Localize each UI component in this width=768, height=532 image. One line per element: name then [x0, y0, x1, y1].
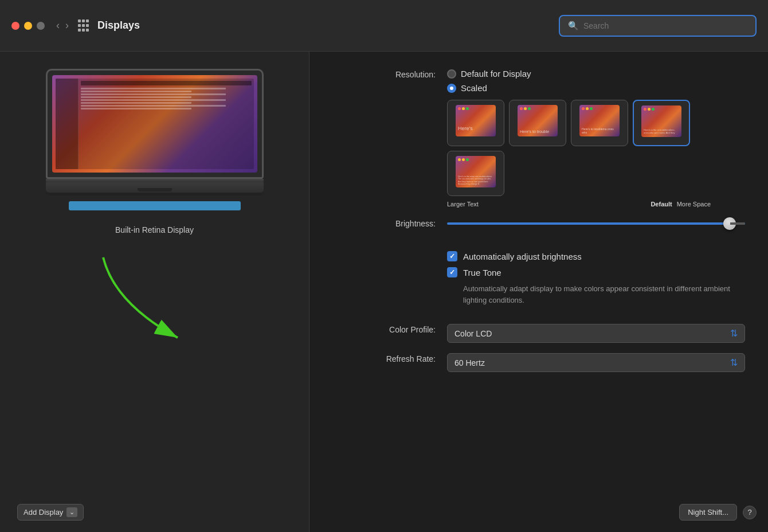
color-profile-setting: Color Profile: Color LCD ⇅: [332, 324, 745, 343]
scale-preview-2: Here's to trouble: [518, 105, 558, 136]
display-name-label: Built-in Retina Display: [115, 225, 194, 234]
add-display-chevron-icon: ⌄: [66, 507, 77, 517]
scale-label-larger: Larger Text: [447, 201, 479, 208]
auto-brightness-checkbox[interactable]: ✓: [447, 251, 457, 261]
resolution-default-radio[interactable]: [447, 69, 456, 79]
resolution-label: Resolution:: [332, 69, 447, 79]
scale-option-1[interactable]: Here's: [447, 100, 504, 146]
auto-brightness-setting: ✓ Automatically adjust brightness ✓ True…: [332, 251, 745, 314]
minimize-button[interactable]: [24, 22, 32, 30]
back-button[interactable]: ‹: [56, 19, 60, 32]
resolution-scaled-radio[interactable]: [447, 84, 456, 93]
scale-preview-3: Here's to troublema ones who: [579, 105, 620, 136]
resolution-options: Default for Display Scaled: [447, 69, 745, 208]
bottom-right-bar: Night Shift... ?: [679, 504, 757, 521]
window-controls: [11, 22, 45, 30]
search-box[interactable]: 🔍: [559, 15, 757, 37]
true-tone-label: True Tone: [463, 268, 501, 277]
color-profile-dropdown[interactable]: Color LCD ⇅: [447, 324, 745, 343]
refresh-rate-chevron-icon: ⇅: [730, 357, 738, 368]
true-tone-description: Automatically adapt display to make colo…: [463, 283, 745, 306]
search-input[interactable]: [583, 21, 747, 30]
color-profile-label: Color Profile:: [332, 324, 447, 334]
true-tone-check-icon: ✓: [449, 268, 455, 276]
slider-thumb[interactable]: [723, 217, 736, 230]
title-bar: ‹ › Displays 🔍: [0, 0, 768, 52]
scale-option-4[interactable]: Here's to the cr troublemakers. ones who…: [633, 100, 690, 146]
auto-brightness-check-icon: ✓: [449, 252, 455, 260]
main-layout: Built-in Retina Display Add Display ⌄ Re: [0, 52, 768, 532]
scale-label-default: Default: [651, 201, 672, 208]
auto-brightness-row[interactable]: ✓ Automatically adjust brightness: [447, 251, 745, 261]
nav-arrows: ‹ ›: [56, 19, 69, 32]
page-title: Displays: [97, 19, 559, 32]
true-tone-checkbox[interactable]: ✓: [447, 267, 457, 277]
green-arrow-icon: [97, 246, 201, 349]
search-icon: 🔍: [568, 21, 579, 31]
scale-preview-4: Here's to the cr troublemakers. ones who…: [641, 105, 681, 137]
add-display-label: Add Display: [23, 508, 63, 517]
resolution-default-label: Default for Display: [461, 69, 531, 79]
scale-option-2[interactable]: Here's to trouble: [509, 100, 566, 146]
laptop-preview: [46, 69, 264, 213]
scale-label-more: More Space: [677, 201, 711, 208]
macbook-display: [46, 69, 264, 195]
resolution-scaled-option[interactable]: Scaled: [447, 83, 745, 93]
scale-option-3[interactable]: Here's to troublema ones who: [571, 100, 628, 146]
true-tone-row[interactable]: ✓ True Tone: [447, 267, 745, 277]
add-display-button[interactable]: Add Display ⌄: [17, 504, 84, 521]
help-button[interactable]: ?: [743, 506, 757, 519]
night-shift-button[interactable]: Night Shift...: [679, 504, 737, 521]
resolution-scaled-label: Scaled: [461, 83, 487, 93]
bottom-bar: Add Display ⌄: [11, 504, 297, 521]
resolution-setting: Resolution: Default for Display Scaled: [332, 69, 745, 208]
help-label: ?: [747, 508, 751, 517]
slider-track: [447, 222, 745, 225]
scale-labels-row: Larger Text Default More Space: [447, 201, 711, 208]
fullscreen-button[interactable]: [37, 22, 45, 30]
color-profile-value: Color LCD: [454, 329, 492, 338]
left-panel: Built-in Retina Display Add Display ⌄: [0, 52, 309, 532]
auto-brightness-label: Automatically adjust brightness: [463, 252, 582, 261]
scale-preview-5: Here's to the crazy one troublemakers. T…: [456, 156, 496, 187]
night-shift-label: Night Shift...: [688, 508, 728, 517]
brightness-control: [447, 218, 745, 229]
auto-brightness-empty-label: [332, 251, 447, 252]
scale-option-5[interactable]: Here's to the crazy one troublemakers. T…: [447, 151, 504, 196]
resolution-default-option[interactable]: Default for Display: [447, 69, 745, 79]
refresh-rate-dropdown[interactable]: 60 Hertz ⇅: [447, 353, 745, 372]
right-panel: Resolution: Default for Display Scaled: [309, 52, 768, 532]
color-profile-content: Color LCD ⇅: [447, 324, 745, 343]
refresh-rate-value: 60 Hertz: [454, 358, 485, 367]
refresh-rate-setting: Refresh Rate: 60 Hertz ⇅: [332, 353, 745, 372]
scale-preview-1: Here's: [456, 105, 496, 136]
scale-options: Here's Here's to trouble: [447, 100, 745, 196]
auto-brightness-content: ✓ Automatically adjust brightness ✓ True…: [447, 251, 745, 314]
color-profile-chevron-icon: ⇅: [730, 328, 738, 339]
refresh-rate-content: 60 Hertz ⇅: [447, 353, 745, 372]
refresh-rate-label: Refresh Rate:: [332, 353, 447, 363]
brightness-label: Brightness:: [332, 218, 447, 228]
close-button[interactable]: [11, 22, 19, 30]
grid-icon[interactable]: [78, 19, 91, 32]
forward-button[interactable]: ›: [65, 19, 69, 32]
brightness-slider[interactable]: [447, 218, 745, 229]
brightness-setting: Brightness:: [332, 218, 745, 241]
display-label-bar: [69, 201, 241, 210]
